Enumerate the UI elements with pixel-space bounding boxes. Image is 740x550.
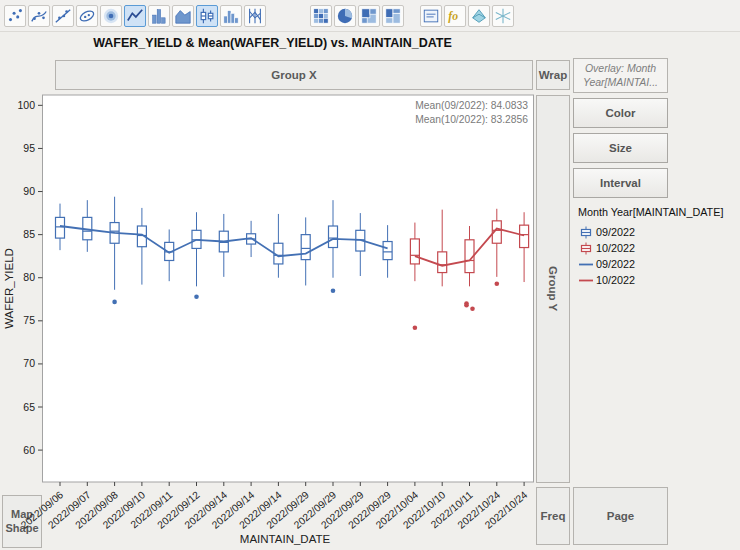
scatterplot-3d-icon[interactable]	[492, 5, 514, 27]
pie-icon[interactable]	[334, 5, 356, 27]
drop-zone-interval-label: Interval	[600, 177, 641, 189]
legend: Month Year[MAINTAIN_DATE] 09/202210/2022…	[578, 206, 738, 288]
legend-entry-label: 09/2022	[596, 258, 635, 270]
svg-text:95: 95	[23, 142, 35, 154]
legend-entry-label: 09/2022	[596, 226, 635, 238]
drop-zone-color-label: Color	[605, 107, 635, 119]
mean-annotation: Mean(10/2022): 83.2856	[415, 114, 528, 125]
legend-title: Month Year[MAINTAIN_DATE]	[578, 206, 738, 218]
parallel-icon[interactable]	[244, 5, 266, 27]
mosaic-icon[interactable]	[382, 5, 404, 27]
drop-zone-overlay[interactable]: Overlay: Month Year[MAINTAI...	[573, 58, 668, 93]
heatmap-icon[interactable]	[310, 5, 332, 27]
points-icon[interactable]	[4, 5, 26, 27]
smoother-icon[interactable]	[28, 5, 50, 27]
ellipse-icon[interactable]	[76, 5, 98, 27]
element-palette-toolbar: fo	[0, 0, 740, 32]
drop-zone-color[interactable]: Color	[573, 98, 668, 128]
chart-title: WAFER_YIELD & Mean(WAFER_YIELD) vs. MAIN…	[0, 36, 545, 50]
svg-text:85: 85	[23, 228, 35, 240]
outlier-point	[470, 307, 475, 312]
plot-frame	[43, 95, 534, 482]
surface-plot-icon[interactable]	[468, 5, 490, 27]
drop-zone-group-x[interactable]: Group X	[55, 60, 533, 90]
svg-text:fo: fo	[448, 10, 458, 23]
y-axis-title: WAFER_YIELD	[3, 248, 15, 329]
drop-zone-page-label: Page	[607, 510, 635, 522]
svg-text:60: 60	[23, 444, 35, 456]
outlier-point	[331, 288, 336, 293]
overlay-variable-line1: Overlay: Month	[585, 62, 656, 76]
legend-entry[interactable]: 09/2022	[578, 256, 738, 272]
svg-text:80: 80	[23, 271, 35, 283]
outlier-point	[495, 282, 500, 287]
line-glyph-icon	[578, 274, 596, 287]
svg-text:65: 65	[23, 401, 35, 413]
outlier-point	[194, 294, 199, 299]
drop-zone-size[interactable]: Size	[573, 133, 668, 163]
line-icon[interactable]	[124, 5, 146, 27]
histogram-icon[interactable]	[220, 5, 242, 27]
contour-icon[interactable]	[100, 5, 122, 27]
drop-zone-size-label: Size	[609, 142, 632, 154]
overlay-variable-line2: Year[MAINTAI...	[583, 76, 658, 90]
box-plot-glyph-icon	[578, 226, 596, 239]
box-plot-icon[interactable]	[196, 5, 218, 27]
x-axis-title[interactable]: MAINTAIN_DATE	[0, 533, 570, 545]
outlier-point	[413, 325, 418, 330]
legend-entry[interactable]: 10/2022	[578, 272, 738, 288]
caption-box-icon[interactable]	[420, 5, 442, 27]
area-icon[interactable]	[172, 5, 194, 27]
legend-entry-label: 10/2022	[596, 274, 635, 286]
drop-zone-interval[interactable]: Interval	[573, 168, 668, 198]
svg-text:90: 90	[23, 185, 35, 197]
svg-text:70: 70	[23, 357, 35, 369]
svg-text:100: 100	[17, 99, 35, 111]
formula-icon[interactable]: fo	[444, 5, 466, 27]
svg-text:75: 75	[23, 314, 35, 326]
drop-zone-page[interactable]: Page	[573, 487, 668, 545]
drop-zone-group-x-label: Group X	[271, 69, 316, 81]
line-of-fit-icon[interactable]	[52, 5, 74, 27]
outlier-point	[464, 303, 469, 308]
drop-zone-wrap[interactable]: Wrap	[536, 60, 570, 90]
mean-annotation: Mean(09/2022): 84.0833	[415, 100, 528, 111]
plot-area[interactable]: 6065707580859095100WAFER_YIELD2022/09/06…	[0, 93, 570, 550]
legend-entry[interactable]: 10/2022	[578, 240, 738, 256]
outlier-point	[112, 300, 117, 305]
bar-icon[interactable]	[148, 5, 170, 27]
legend-entry[interactable]: 09/2022	[578, 224, 738, 240]
line-glyph-icon	[578, 258, 596, 271]
treemap-icon[interactable]	[358, 5, 380, 27]
box-plot-glyph-icon	[578, 242, 596, 255]
legend-entry-label: 10/2022	[596, 242, 635, 254]
drop-zone-wrap-label: Wrap	[539, 69, 568, 81]
